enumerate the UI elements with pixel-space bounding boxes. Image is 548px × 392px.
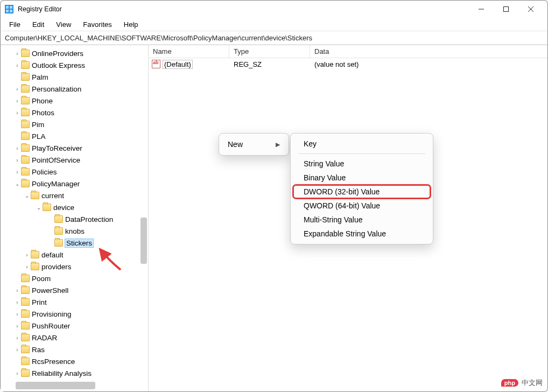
svg-rect-6 bbox=[504, 7, 509, 12]
tree-item-label: Outlook Express bbox=[32, 61, 85, 69]
tree-horizontal-scrollbar[interactable] bbox=[16, 382, 95, 389]
folder-icon bbox=[21, 369, 30, 377]
tree-item-label: current bbox=[41, 192, 64, 200]
chevron-right-icon[interactable]: › bbox=[13, 62, 21, 68]
tree-item-label: OnlineProviders bbox=[32, 50, 83, 58]
tree-item[interactable]: ›Policies bbox=[4, 166, 148, 178]
tree-item[interactable]: DataProtection bbox=[4, 213, 148, 225]
address-bar[interactable]: Computer\HKEY_LOCAL_MACHINE\SOFTWARE\Mic… bbox=[1, 31, 547, 45]
tree-item[interactable]: ›Personalization bbox=[4, 83, 148, 95]
tree-item[interactable]: ⌄device bbox=[4, 201, 148, 213]
tree-item-label: Phone bbox=[32, 97, 53, 105]
folder-icon bbox=[21, 322, 30, 330]
folder-icon bbox=[21, 144, 30, 152]
menu-help[interactable]: Help bbox=[118, 19, 144, 30]
tree-item[interactable]: ›PlayToReceiver bbox=[4, 142, 148, 154]
tree-item[interactable]: knobs bbox=[4, 225, 148, 237]
maximize-button[interactable] bbox=[494, 1, 518, 18]
tree-item[interactable]: PLA bbox=[4, 130, 148, 142]
chevron-right-icon[interactable]: › bbox=[13, 169, 21, 175]
tree-item[interactable]: ›Outlook Express bbox=[4, 59, 148, 71]
tree-item[interactable]: ›Reliability Analysis bbox=[4, 367, 148, 379]
tree-item[interactable]: ›PowerShell bbox=[4, 284, 148, 296]
chevron-right-icon[interactable]: › bbox=[23, 252, 31, 258]
column-name[interactable]: Name bbox=[149, 45, 229, 58]
chevron-right-icon[interactable]: › bbox=[13, 110, 21, 116]
chevron-right-icon[interactable]: › bbox=[13, 370, 21, 376]
tree-item[interactable]: Poom bbox=[4, 272, 148, 284]
registry-editor-window: Registry Editor File Edit View Favorites… bbox=[0, 0, 548, 392]
tree-item[interactable]: ⌄current bbox=[4, 190, 148, 201]
tree-item-label: Photos bbox=[32, 109, 54, 117]
menu-file[interactable]: File bbox=[4, 19, 26, 30]
tree-item[interactable]: ⌄PolicyManager bbox=[4, 178, 148, 190]
chevron-right-icon[interactable]: › bbox=[13, 311, 21, 317]
context-item[interactable]: Expandable String Value bbox=[293, 227, 431, 241]
column-data[interactable]: Data bbox=[310, 45, 547, 58]
tree-item[interactable]: ›Provisioning bbox=[4, 308, 148, 320]
tree-item[interactable]: ›PointOfService bbox=[4, 154, 148, 166]
context-item[interactable]: Binary Value bbox=[293, 171, 431, 185]
titlebar: Registry Editor bbox=[1, 1, 547, 18]
chevron-right-icon[interactable]: › bbox=[13, 323, 21, 329]
context-item[interactable]: QWORD (64-bit) Value bbox=[293, 199, 431, 213]
tree-item-label: Personalization bbox=[32, 85, 81, 93]
chevron-right-icon[interactable]: › bbox=[23, 264, 31, 270]
folder-icon bbox=[31, 263, 39, 270]
tree-item[interactable]: ›Photos bbox=[4, 107, 148, 118]
chevron-down-icon[interactable]: ⌄ bbox=[23, 193, 31, 199]
tree-item-label: PushRouter bbox=[32, 322, 70, 330]
context-item[interactable]: String Value bbox=[293, 157, 431, 171]
window-controls bbox=[469, 1, 543, 18]
chevron-right-icon[interactable]: › bbox=[13, 145, 21, 151]
tree-item-label: Ras bbox=[32, 346, 45, 354]
chevron-right-icon[interactable]: › bbox=[13, 288, 21, 293]
column-type[interactable]: Type bbox=[229, 45, 310, 58]
tree-item[interactable]: ›PushRouter bbox=[4, 320, 148, 332]
minimize-button[interactable] bbox=[469, 1, 494, 18]
tree-item[interactable]: ›providers bbox=[4, 261, 148, 272]
tree-item-label: knobs bbox=[65, 227, 85, 235]
folder-icon bbox=[21, 298, 30, 306]
chevron-right-icon[interactable]: › bbox=[13, 335, 21, 341]
tree-item[interactable]: ›Ras bbox=[4, 344, 148, 355]
chevron-right-icon: ▶ bbox=[276, 141, 280, 148]
menu-view[interactable]: View bbox=[51, 19, 76, 30]
tree-item-label: device bbox=[53, 204, 74, 212]
menu-edit[interactable]: Edit bbox=[27, 19, 50, 30]
tree-item[interactable]: ›Phone bbox=[4, 95, 148, 107]
menu-favorites[interactable]: Favorites bbox=[78, 19, 117, 30]
context-item[interactable]: Key bbox=[293, 137, 431, 151]
chevron-right-icon[interactable]: › bbox=[13, 86, 21, 92]
chevron-right-icon[interactable]: › bbox=[13, 98, 21, 104]
tree-item[interactable]: Palm bbox=[4, 71, 148, 83]
chevron-right-icon[interactable]: › bbox=[13, 347, 21, 353]
chevron-right-icon[interactable]: › bbox=[13, 51, 21, 57]
tree-item[interactable]: ›default bbox=[4, 249, 148, 261]
chevron-right-icon[interactable]: › bbox=[13, 299, 21, 305]
close-button[interactable] bbox=[518, 1, 543, 18]
tree-vertical-scrollbar[interactable] bbox=[140, 218, 147, 264]
context-new[interactable]: New ▶ bbox=[221, 137, 286, 152]
list-row[interactable]: (Default)REG_SZ(value not set) bbox=[149, 58, 547, 70]
tree-item[interactable]: RcsPresence bbox=[4, 355, 148, 367]
folder-icon bbox=[21, 168, 30, 176]
tree-item-label: RADAR bbox=[32, 334, 57, 342]
folder-icon bbox=[21, 286, 30, 294]
chevron-down-icon[interactable]: ⌄ bbox=[13, 181, 21, 187]
chevron-down-icon[interactable]: ⌄ bbox=[35, 205, 43, 211]
tree-pane[interactable]: ›OnlineProviders›Outlook ExpressPalm›Per… bbox=[1, 45, 149, 391]
svg-rect-1 bbox=[6, 6, 9, 9]
tree-item[interactable]: ›RADAR bbox=[4, 332, 148, 344]
watermark-text: 中文网 bbox=[522, 378, 543, 388]
context-item[interactable]: Multi-String Value bbox=[293, 213, 431, 227]
svg-rect-2 bbox=[10, 6, 12, 9]
tree-item[interactable]: Stickers bbox=[4, 237, 148, 249]
tree-item[interactable]: ›Print bbox=[4, 296, 148, 308]
tree-item[interactable]: ›OnlineProviders bbox=[4, 47, 148, 59]
tree-item[interactable]: Pim bbox=[4, 118, 148, 130]
list-header: Name Type Data bbox=[149, 45, 547, 58]
chevron-right-icon[interactable]: › bbox=[13, 157, 21, 163]
context-item[interactable]: DWORD (32-bit) Value bbox=[293, 185, 431, 199]
folder-icon bbox=[54, 215, 63, 223]
